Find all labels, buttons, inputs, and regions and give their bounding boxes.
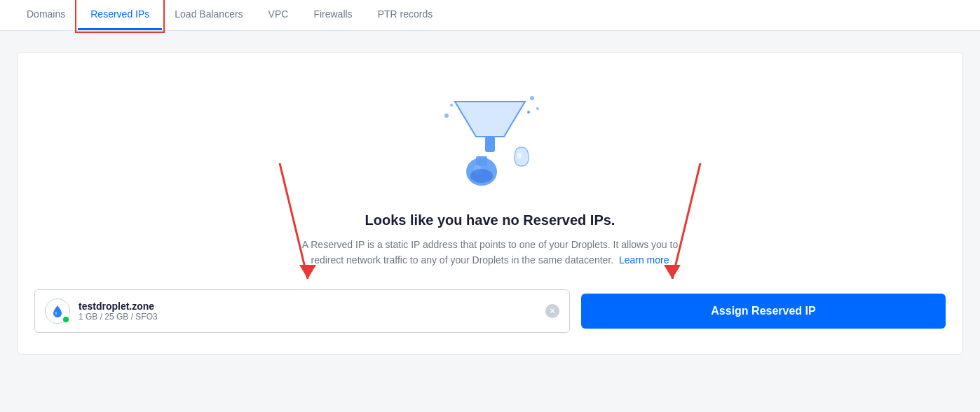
droplet-meta: 1 GB / 25 GB / SFO3 <box>79 312 537 322</box>
droplet-info: testdroplet.zone 1 GB / 25 GB / SFO3 <box>79 301 537 322</box>
empty-state-illustration <box>434 81 546 195</box>
svg-point-9 <box>450 104 453 107</box>
svg-point-11 <box>517 153 522 158</box>
svg-point-10 <box>444 114 449 118</box>
action-row: testdroplet.zone 1 GB / 25 GB / SFO3 ✕ A… <box>34 289 946 333</box>
empty-state-title: Looks like you have no Reserved IPs. <box>365 212 615 228</box>
svg-rect-1 <box>485 137 495 152</box>
tab-firewalls[interactable]: Firewalls <box>301 0 365 30</box>
svg-point-7 <box>536 107 539 110</box>
status-dot <box>63 317 69 322</box>
empty-state-description: A Reserved IP is a static IP address tha… <box>301 237 679 268</box>
learn-more-link[interactable]: Learn more <box>619 254 669 266</box>
svg-rect-3 <box>476 156 487 166</box>
tab-reserved-ips[interactable]: Reserved IPs <box>78 0 162 30</box>
tab-vpc[interactable]: VPC <box>256 0 301 30</box>
svg-point-16 <box>55 311 57 315</box>
tab-domains[interactable]: Domains <box>14 0 78 30</box>
svg-marker-0 <box>455 102 525 137</box>
main-content: Looks like you have no Reserved IPs. A R… <box>0 31 980 376</box>
tab-load-balancers[interactable]: Load Balancers <box>162 0 255 30</box>
droplet-icon <box>45 298 70 324</box>
droplet-selector[interactable]: testdroplet.zone 1 GB / 25 GB / SFO3 ✕ <box>34 289 570 333</box>
nav-tabs: Domains Reserved IPs Load Balancers VPC … <box>0 0 980 31</box>
droplet-name: testdroplet.zone <box>79 301 537 312</box>
assign-reserved-ip-button[interactable]: Assign Reserved IP <box>581 294 946 329</box>
svg-point-6 <box>530 96 534 100</box>
droplet-clear-button[interactable]: ✕ <box>545 304 559 318</box>
svg-point-5 <box>470 169 493 183</box>
tab-ptr-records[interactable]: PTR records <box>365 0 446 30</box>
empty-state-card: Looks like you have no Reserved IPs. A R… <box>17 52 963 355</box>
svg-point-8 <box>527 111 530 114</box>
